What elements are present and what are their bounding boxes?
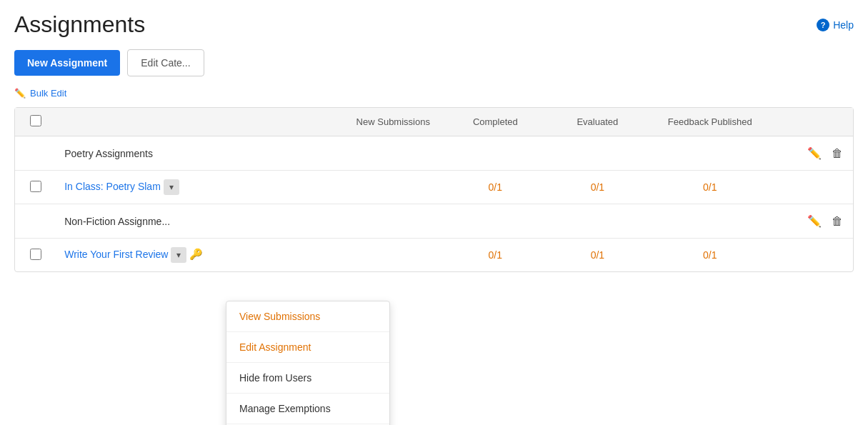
poetry-feedback <box>649 136 772 171</box>
non-fiction-name-cell: Non-Fiction Assignme... <box>56 204 342 239</box>
in-class-evaluated-value: 0/1 <box>591 181 604 193</box>
non-fiction-feedback <box>649 204 772 239</box>
poetry-delete-button[interactable]: 🗑 <box>830 146 844 161</box>
non-fiction-delete-button[interactable]: 🗑 <box>830 214 844 229</box>
table-row: Write Your First Review ▾ 🔑 0/1 0/1 0/1 <box>15 239 853 272</box>
non-fiction-completed <box>444 204 547 239</box>
menu-item-hide-from-users[interactable]: Hide from Users <box>226 363 389 394</box>
in-class-new-sub <box>342 171 444 204</box>
write-review-completed-value: 0/1 <box>489 249 502 261</box>
bulk-edit-row[interactable]: ✏️ Bulk Edit <box>14 88 854 99</box>
in-class-checkbox[interactable] <box>30 181 41 192</box>
new-assignment-button[interactable]: New Assignment <box>14 50 120 76</box>
header-checkbox-cell <box>15 108 56 136</box>
write-review-checkbox[interactable] <box>30 249 41 260</box>
table-row: Non-Fiction Assignme... ✏️ 🗑 <box>15 204 853 239</box>
poetry-actions: ✏️ 🗑 <box>772 136 853 171</box>
context-dropdown-menu: View Submissions Edit Assignment Hide fr… <box>226 301 390 425</box>
poetry-completed <box>444 136 547 171</box>
page-wrapper: Assignments ? Help New Assignment Edit C… <box>0 0 868 284</box>
non-fiction-new-sub <box>342 204 444 239</box>
menu-item-view-submissions[interactable]: View Submissions <box>226 301 389 332</box>
write-review-feedback: 0/1 <box>649 239 772 272</box>
poetry-evaluated <box>547 136 649 171</box>
header-new-submissions: New Submissions <box>342 108 444 136</box>
non-fiction-action-icons: ✏️ 🗑 <box>780 213 844 229</box>
non-fiction-edit-button[interactable]: ✏️ <box>806 213 823 229</box>
write-review-evaluated-value: 0/1 <box>591 249 604 261</box>
header-feedback-published: Feedback Published <box>649 108 772 136</box>
menu-item-edit-assignment[interactable]: Edit Assignment <box>226 332 389 363</box>
in-class-feedback: 0/1 <box>649 171 772 204</box>
in-class-checkbox-cell <box>15 171 56 204</box>
in-class-completed: 0/1 <box>444 171 547 204</box>
header-completed: Completed <box>444 108 547 136</box>
toolbar-row: New Assignment Edit Cate... <box>14 49 854 76</box>
poetry-edit-button[interactable]: ✏️ <box>806 145 823 161</box>
header-evaluated: Evaluated <box>547 108 649 136</box>
bulk-edit-label: Bulk Edit <box>30 88 66 99</box>
write-review-link[interactable]: Write Your First Review <box>64 249 168 260</box>
header-name <box>56 108 342 136</box>
poetry-action-icons: ✏️ 🗑 <box>780 145 844 161</box>
header-actions <box>772 108 853 136</box>
poetry-assignments-label: Poetry Assignments <box>64 148 153 159</box>
edit-categories-button[interactable]: Edit Cate... <box>127 49 204 76</box>
write-review-feedback-value: 0/1 <box>703 249 717 261</box>
table-header-row: New Submissions Completed Evaluated Feed… <box>15 108 853 136</box>
in-class-name-cell: In Class: Poetry Slam ▾ <box>56 171 342 204</box>
select-all-checkbox[interactable] <box>30 115 41 126</box>
menu-item-manage-exemptions[interactable]: Manage Exemptions <box>226 394 389 424</box>
write-review-new-sub <box>342 239 444 272</box>
in-class-evaluated: 0/1 <box>547 171 649 204</box>
poetry-new-sub <box>342 136 444 171</box>
in-class-actions <box>772 171 853 204</box>
write-review-completed: 0/1 <box>444 239 547 272</box>
non-fiction-label: Non-Fiction Assignme... <box>64 216 170 227</box>
write-review-name-cell: Write Your First Review ▾ 🔑 <box>56 239 342 272</box>
table-row: Poetry Assignments ✏️ 🗑 <box>15 136 853 171</box>
non-fiction-actions: ✏️ 🗑 <box>772 204 853 239</box>
assignments-table-wrapper: New Submissions Completed Evaluated Feed… <box>14 107 854 272</box>
help-label: Help <box>833 19 854 31</box>
header-row: Assignments ? Help <box>14 11 854 38</box>
in-class-dropdown-button[interactable]: ▾ <box>164 179 179 195</box>
help-icon: ? <box>817 19 829 31</box>
write-review-dropdown-button[interactable]: ▾ <box>171 247 186 263</box>
empty-checkbox-cell <box>15 136 56 171</box>
in-class-link[interactable]: In Class: Poetry Slam <box>64 181 161 192</box>
non-fiction-checkbox-cell <box>15 204 56 239</box>
write-review-actions <box>772 239 853 272</box>
in-class-feedback-value: 0/1 <box>703 181 717 193</box>
non-fiction-evaluated <box>547 204 649 239</box>
write-review-checkbox-cell <box>15 239 56 272</box>
category-name-poetry: Poetry Assignments <box>56 136 342 171</box>
table-row: In Class: Poetry Slam ▾ 0/1 0/1 0/1 <box>15 171 853 204</box>
write-review-evaluated: 0/1 <box>547 239 649 272</box>
help-link[interactable]: ? Help <box>817 19 854 31</box>
page-title: Assignments <box>14 11 145 38</box>
pencil-icon: ✏️ <box>14 88 26 99</box>
key-icon: 🔑 <box>189 248 203 260</box>
in-class-completed-value: 0/1 <box>489 181 502 193</box>
assignments-table: New Submissions Completed Evaluated Feed… <box>15 108 853 271</box>
